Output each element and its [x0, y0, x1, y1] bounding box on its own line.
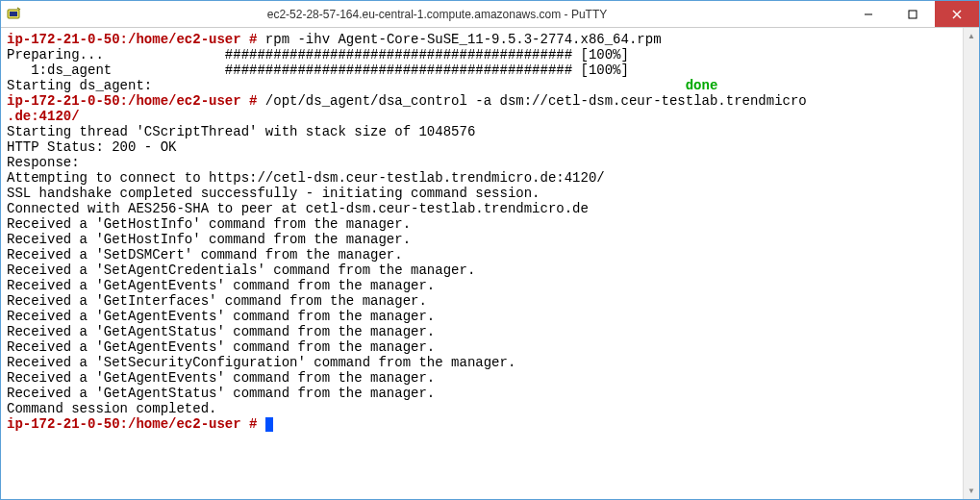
svg-rect-4	[909, 11, 917, 18]
terminal-line: Received a 'SetAgentCredentials' command…	[7, 262, 475, 278]
terminal-line: Received a 'SetDSMCert' command from the…	[7, 247, 403, 262]
minimize-button[interactable]	[846, 1, 891, 27]
command-text: rpm -ihv Agent-Core-SuSE_11-9.5.3-2774.x…	[265, 32, 662, 47]
terminal-line: Received a 'GetInterfaces' command from …	[7, 293, 427, 309]
terminal-line: Received a 'GetHostInfo' command from th…	[7, 216, 411, 232]
status-done: done	[686, 78, 718, 93]
terminal-line: Starting ds_agent:	[7, 78, 686, 93]
terminal-line: Response:	[7, 155, 80, 170]
terminal-line: Received a 'GetAgentStatus' command from…	[7, 386, 435, 401]
terminal-area: ip-172-21-0-50:/home/ec2-user # rpm -ihv…	[1, 28, 979, 499]
terminal-line: Received a 'SetSecurityConfiguration' co…	[7, 355, 515, 370]
scroll-up-icon[interactable]: ▲	[964, 28, 979, 44]
putty-window: ec2-52-28-57-164.eu-central-1.compute.am…	[0, 0, 980, 500]
terminal[interactable]: ip-172-21-0-50:/home/ec2-user # rpm -ihv…	[1, 28, 963, 499]
window-title: ec2-52-28-57-164.eu-central-1.compute.am…	[28, 8, 846, 21]
svg-rect-1	[10, 12, 17, 16]
terminal-line: Attempting to connect to https://cetl-ds…	[7, 170, 605, 186]
titlebar[interactable]: ec2-52-28-57-164.eu-central-1.compute.am…	[1, 1, 979, 28]
terminal-line: Starting thread 'CScriptThread' with sta…	[7, 124, 475, 139]
putty-icon	[1, 1, 28, 28]
close-button[interactable]	[935, 1, 979, 27]
command-wrap: .de:4120/	[7, 109, 80, 124]
terminal-line: HTTP Status: 200 - OK	[7, 139, 176, 155]
command-text: /opt/ds_agent/dsa_control -a dsm://cetl-…	[265, 93, 807, 109]
terminal-line: SSL handshake completed successfully - i…	[7, 186, 540, 201]
terminal-line: Received a 'GetAgentEvents' command from…	[7, 339, 435, 355]
window-controls	[846, 1, 979, 27]
terminal-line: Preparing... ###########################…	[7, 47, 629, 62]
maximize-button[interactable]	[891, 1, 935, 27]
terminal-line: Received a 'GetAgentEvents' command from…	[7, 370, 435, 386]
terminal-line: 1:ds_agent #############################…	[7, 62, 629, 78]
shell-prompt: ip-172-21-0-50:/home/ec2-user #	[7, 416, 257, 432]
terminal-line: Connected with AES256-SHA to peer at cet…	[7, 201, 589, 216]
terminal-line: Command session completed.	[7, 401, 216, 416]
shell-prompt: ip-172-21-0-50:/home/ec2-user #	[7, 32, 257, 47]
scroll-down-icon[interactable]: ▼	[964, 483, 979, 499]
shell-prompt: ip-172-21-0-50:/home/ec2-user #	[7, 93, 257, 109]
terminal-line: Received a 'GetHostInfo' command from th…	[7, 232, 411, 247]
terminal-line: Received a 'GetAgentEvents' command from…	[7, 309, 435, 324]
scrollbar[interactable]: ▲ ▼	[963, 28, 979, 499]
terminal-line: Received a 'GetAgentEvents' command from…	[7, 278, 435, 293]
terminal-line: Received a 'GetAgentStatus' command from…	[7, 324, 435, 339]
cursor	[265, 417, 273, 432]
